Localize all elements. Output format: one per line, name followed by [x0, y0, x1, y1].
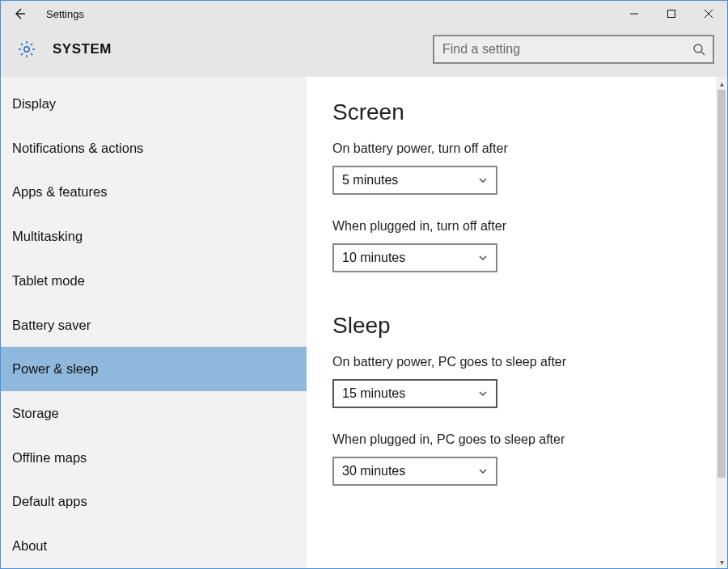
- scroll-down-button[interactable]: ▾: [716, 555, 727, 568]
- search-box[interactable]: [433, 35, 714, 64]
- dropdown-value: 15 minutes: [334, 386, 470, 401]
- back-button[interactable]: [1, 1, 38, 27]
- window-title: Settings: [38, 8, 84, 20]
- scroll-up-button[interactable]: ▴: [716, 77, 727, 90]
- chevron-down-icon: [470, 389, 496, 398]
- sidebar-item-label: Apps & features: [12, 184, 107, 200]
- sleep-plugged-label: When plugged in, PC goes to sleep after: [332, 432, 727, 447]
- gear-icon: [15, 38, 38, 61]
- search-icon: [685, 43, 713, 56]
- screen-plugged-dropdown[interactable]: 10 minutes: [332, 243, 497, 272]
- svg-point-2: [694, 44, 702, 53]
- sidebar-item-label: Default apps: [12, 494, 87, 509]
- arrow-left-icon: [12, 6, 27, 21]
- sleep-battery-label: On battery power, PC goes to sleep after: [332, 355, 727, 369]
- screen-plugged-label: When plugged in, turn off after: [332, 219, 727, 234]
- header: SYSTEM: [1, 27, 727, 77]
- sidebar-item-storage[interactable]: Storage: [1, 391, 307, 436]
- sleep-battery-dropdown[interactable]: 15 minutes: [332, 379, 497, 408]
- sidebar-item-multitasking[interactable]: Multitasking: [1, 214, 307, 259]
- screen-battery-label: On battery power, turn off after: [332, 141, 727, 156]
- dropdown-value: 10 minutes: [334, 251, 470, 265]
- minimize-icon: [629, 9, 639, 19]
- sidebar-item-label: Display: [12, 96, 56, 112]
- sidebar-item-display[interactable]: Display: [1, 82, 307, 126]
- sleep-plugged-dropdown[interactable]: 30 minutes: [332, 457, 497, 486]
- sidebar: Display Notifications & actions Apps & f…: [1, 77, 307, 568]
- sidebar-item-offline-maps[interactable]: Offline maps: [1, 436, 307, 480]
- chevron-down-icon: [470, 175, 496, 185]
- section-title-screen: Screen: [332, 99, 727, 125]
- sidebar-item-label: Multitasking: [12, 229, 83, 244]
- close-button[interactable]: [690, 1, 727, 27]
- sidebar-item-tablet-mode[interactable]: Tablet mode: [1, 259, 307, 303]
- sidebar-item-label: Offline maps: [12, 450, 87, 466]
- chevron-down-icon: [470, 466, 496, 476]
- dropdown-value: 5 minutes: [334, 173, 470, 188]
- maximize-icon: [667, 9, 676, 19]
- sidebar-item-label: About: [12, 538, 47, 554]
- sidebar-item-label: Notifications & actions: [12, 141, 143, 156]
- scroll-thumb[interactable]: [717, 90, 726, 478]
- sidebar-item-notifications[interactable]: Notifications & actions: [1, 126, 307, 171]
- screen-battery-dropdown[interactable]: 5 minutes: [332, 166, 497, 195]
- sidebar-item-battery-saver[interactable]: Battery saver: [1, 303, 307, 348]
- sidebar-item-label: Tablet mode: [12, 273, 85, 289]
- sidebar-item-label: Battery saver: [12, 318, 91, 333]
- svg-point-1: [24, 47, 29, 52]
- header-title: SYSTEM: [53, 41, 112, 57]
- svg-rect-0: [668, 11, 675, 18]
- settings-window: Settings SYSTEM Display Notifications & …: [0, 0, 728, 569]
- content: Screen On battery power, turn off after …: [307, 77, 727, 568]
- chevron-down-icon: [470, 253, 496, 263]
- close-icon: [704, 9, 713, 19]
- titlebar: Settings: [1, 1, 727, 27]
- sidebar-item-label: Power & sleep: [12, 361, 98, 377]
- sidebar-item-power-sleep[interactable]: Power & sleep: [1, 347, 307, 391]
- maximize-button[interactable]: [653, 1, 690, 27]
- section-title-sleep: Sleep: [332, 313, 727, 339]
- vertical-scrollbar[interactable]: ▴ ▾: [716, 77, 727, 568]
- search-input[interactable]: [434, 36, 685, 62]
- sidebar-item-label: Storage: [12, 406, 59, 421]
- minimize-button[interactable]: [616, 1, 653, 27]
- dropdown-value: 30 minutes: [334, 464, 470, 478]
- sidebar-item-apps[interactable]: Apps & features: [1, 170, 307, 214]
- sidebar-item-default-apps[interactable]: Default apps: [1, 480, 307, 525]
- sidebar-item-about[interactable]: About: [1, 524, 307, 568]
- body: Display Notifications & actions Apps & f…: [1, 77, 727, 568]
